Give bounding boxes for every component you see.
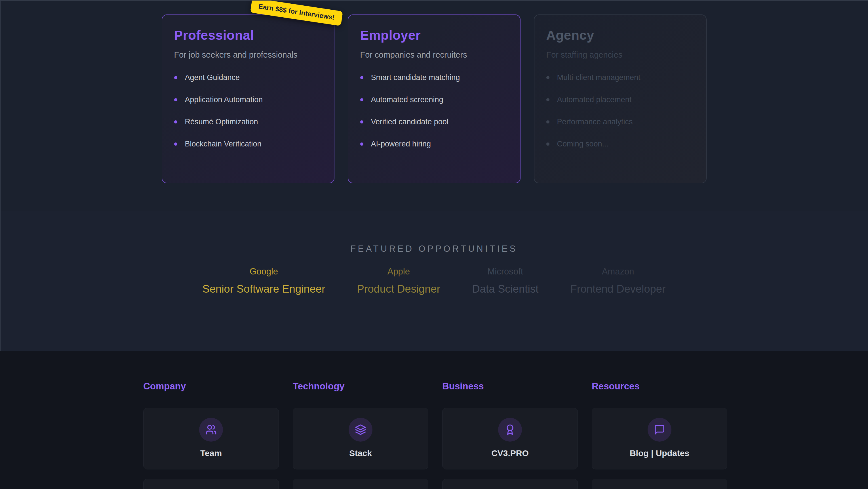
footer-column-heading: Technology [293,351,428,392]
bullet-dot-icon [546,142,550,146]
plan-feature-item: Smart candidate matching [360,73,508,82]
footer-card-list: Team [143,408,279,489]
plan-subtitle: For job seekers and professionals [174,50,322,60]
featured-job-item: Google Senior Software Engineer [203,266,326,295]
plan-feature-label: AI-powered hiring [371,140,431,148]
footer-column-business: Business CV3.PRO [442,351,578,489]
job-company: Microsoft [472,266,538,277]
bullet-dot-icon [360,98,363,101]
plan-feature-item: Application Automation [174,95,322,104]
plan-feature-item: Multi-client management [546,73,694,82]
footer-card-partial[interactable] [143,479,279,489]
plan-feature-label: Performance analytics [557,117,633,126]
plan-feature-item: Automated screening [360,95,508,104]
plan-card-professional[interactable]: Professional For job seekers and profess… [162,15,335,183]
users-icon [199,418,223,441]
footer-card-label: Blog | Updates [630,449,689,458]
plan-feature-label: Multi-client management [557,73,641,82]
plan-feature-item: Résumé Optimization [174,117,322,126]
plan-feature-label: Verified candidate pool [371,117,448,126]
bullet-dot-icon [360,120,363,123]
footer-card-blog-updates[interactable]: Blog | Updates [592,408,727,469]
plan-feature-label: Smart candidate matching [371,73,460,82]
bullet-dot-icon [174,120,177,123]
bullet-dot-icon [360,142,363,146]
plan-subtitle: For companies and recruiters [360,50,508,60]
job-role: Product Designer [357,283,440,295]
footer-card-team[interactable]: Team [143,408,279,469]
footer-card-partial[interactable] [293,479,428,489]
plan-cards-row: Professional For job seekers and profess… [0,15,868,183]
plan-feature-item: Verified candidate pool [360,117,508,126]
plan-title: Agency [546,28,694,43]
plan-feature-label: Coming soon... [557,140,609,148]
message-square-icon [648,418,672,441]
award-icon [498,418,522,441]
bullet-dot-icon [546,98,550,101]
plan-feature-label: Agent Guidance [185,73,240,82]
plan-subtitle: For staffing agencies [546,50,694,60]
spacer-band [0,325,868,352]
plan-feature-label: Automated placement [557,95,632,104]
footer-columns: Company Team Technology Stack Business C… [143,351,727,489]
job-role: Frontend Developer [570,283,666,295]
footer-column-heading: Company [143,351,279,392]
footer-card-stack[interactable]: Stack [293,408,428,469]
bullet-dot-icon [546,120,550,123]
plan-feature-item: Automated placement [546,95,694,104]
job-company: Amazon [570,266,666,277]
footer-card-label: CV3.PRO [491,449,529,458]
plan-card-employer[interactable]: Employer For companies and recruiters Sm… [348,15,521,183]
job-company: Google [203,266,326,277]
featured-heading: FEATURED OPPORTUNITIES [0,211,868,254]
bullet-dot-icon [360,76,363,79]
job-company: Apple [357,266,440,277]
plan-feature-item: Coming soon... [546,140,694,148]
page: Professional For job seekers and profess… [0,0,868,489]
plan-feature-item: Blockchain Verification [174,140,322,148]
plan-feature-item: Agent Guidance [174,73,322,82]
footer-card-cv3-pro[interactable]: CV3.PRO [442,408,578,469]
hero-section: Professional For job seekers and profess… [0,0,868,211]
footer-column-heading: Business [442,351,578,392]
plan-feature-list: Smart candidate matching Automated scree… [360,73,508,148]
bullet-dot-icon [174,142,177,146]
footer-card-list: Blog | Updates [592,408,727,489]
plan-feature-item: Performance analytics [546,117,694,126]
left-edge-line [0,0,1,351]
footer-column-heading: Resources [592,351,727,392]
plan-feature-list: Agent Guidance Application Automation Ré… [174,73,322,148]
bullet-dot-icon [174,98,177,101]
plan-feature-list: Multi-client management Automated placem… [546,73,694,148]
footer-column-resources: Resources Blog | Updates [592,351,727,489]
plan-feature-item: AI-powered hiring [360,140,508,148]
bullet-dot-icon [546,76,550,79]
featured-jobs-row: Google Senior Software Engineer Apple Pr… [0,266,868,295]
footer-card-label: Team [200,449,222,458]
plan-feature-label: Application Automation [185,95,263,104]
featured-job-item: Apple Product Designer [357,266,440,295]
footer: Company Team Technology Stack Business C… [0,351,868,489]
footer-card-partial[interactable] [592,479,727,489]
plan-feature-label: Résumé Optimization [185,117,258,126]
plan-title: Professional [174,28,322,43]
layers-icon [349,418,372,441]
featured-section: FEATURED OPPORTUNITIES Google Senior Sof… [0,211,868,325]
footer-card-list: Stack [293,408,428,489]
bullet-dot-icon [174,76,177,79]
plan-title: Employer [360,28,508,43]
featured-job-item: Amazon Frontend Developer [570,266,666,295]
plan-feature-label: Blockchain Verification [185,140,261,148]
job-role: Data Scientist [472,283,538,295]
plan-card-agency[interactable]: Agency For staffing agencies Multi-clien… [534,15,707,183]
featured-job-item: Microsoft Data Scientist [472,266,538,295]
plan-feature-label: Automated screening [371,95,443,104]
job-role: Senior Software Engineer [203,283,326,295]
footer-card-list: CV3.PRO [442,408,578,489]
footer-card-partial[interactable] [442,479,578,489]
footer-column-company: Company Team [143,351,279,489]
footer-column-technology: Technology Stack [293,351,428,489]
footer-card-label: Stack [349,449,372,458]
top-divider [0,0,868,1]
